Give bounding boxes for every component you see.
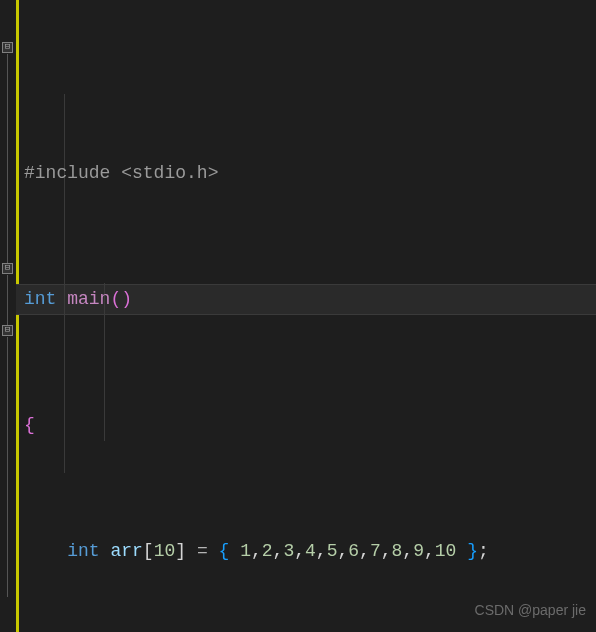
code-content: #include <stdio.h> int main() { int arr[…: [16, 0, 596, 632]
change-bar: [16, 0, 19, 632]
code-line: int arr[10] = { 1,2,3,4,5,6,7,8,9,10 };: [24, 536, 596, 568]
fold-marker-icon[interactable]: ⊟: [2, 263, 13, 274]
code-area[interactable]: #include <stdio.h> int main() { int arr[…: [16, 0, 596, 632]
fold-marker-icon[interactable]: ⊟: [2, 42, 13, 53]
watermark: CSDN @paper jie: [475, 595, 586, 627]
fold-gutter: ⊟ ⊟ ⊟: [0, 0, 16, 632]
code-line: #include <stdio.h>: [24, 158, 596, 190]
code-line: {: [24, 410, 596, 442]
code-editor: ⊟ ⊟ ⊟ #include <stdio.h> int main() { in…: [0, 0, 596, 632]
code-line: int main(): [24, 284, 596, 316]
fold-marker-icon[interactable]: ⊟: [2, 325, 13, 336]
